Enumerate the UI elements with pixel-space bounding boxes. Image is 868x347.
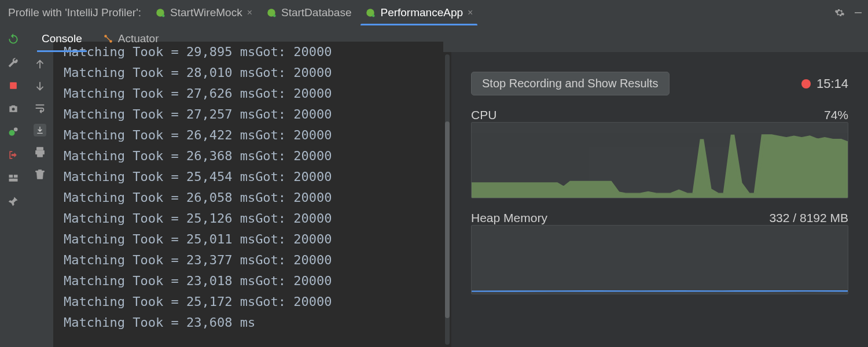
record-icon	[801, 79, 811, 88]
elapsed-time: 15:14	[816, 76, 848, 91]
actuator-tab-label: Actuator	[118, 32, 159, 45]
svg-point-9	[9, 130, 15, 136]
profiler-panel: Stop Recording and Show Results 15:14 CP…	[451, 52, 868, 347]
spring-icon	[266, 8, 277, 18]
svg-rect-11	[9, 175, 13, 178]
svg-rect-13	[9, 179, 18, 182]
run-tab-label: StartWireMock	[170, 6, 242, 19]
profiler-bug-icon[interactable]	[8, 126, 19, 138]
recording-elapsed: 15:14	[801, 76, 848, 91]
heap-label: Heap Memory	[471, 211, 547, 225]
actuator-icon	[103, 34, 113, 44]
console-tab-label: Console	[42, 32, 82, 45]
console-scrollbar[interactable]	[443, 52, 451, 347]
svg-point-10	[14, 128, 18, 132]
svg-point-3	[273, 14, 276, 17]
stop-recording-button[interactable]: Stop Recording and Show Results	[471, 72, 670, 95]
scroll-up-icon[interactable]	[34, 58, 46, 71]
svg-rect-12	[14, 175, 18, 178]
heap-chart	[471, 225, 848, 294]
scroll-to-end-icon[interactable]	[34, 124, 46, 136]
console-tab-bar: Console Actuator	[27, 25, 868, 52]
minimize-icon[interactable]	[853, 8, 863, 18]
trash-icon[interactable]	[34, 168, 46, 180]
run-tab-startwiremock[interactable]: StartWireMock ×	[148, 0, 259, 25]
pin-icon[interactable]	[8, 195, 19, 207]
spring-icon	[155, 8, 165, 18]
svg-point-8	[12, 108, 15, 110]
close-icon[interactable]: ×	[468, 8, 473, 17]
svg-rect-7	[10, 82, 17, 89]
print-icon[interactable]	[34, 146, 46, 158]
run-tab-performanceapp[interactable]: PerformanceApp ×	[358, 0, 480, 25]
camera-icon[interactable]	[8, 103, 19, 115]
rerun-icon[interactable]	[8, 34, 19, 45]
run-config-tabs: StartWireMock × StartDatabase Performanc…	[148, 0, 827, 25]
heap-value: 332 / 8192 MB	[769, 211, 848, 225]
tab-actuator[interactable]: Actuator	[93, 25, 170, 52]
cpu-label: CPU	[471, 108, 496, 122]
run-tab-startdatabase[interactable]: StartDatabase	[259, 0, 358, 25]
tab-console[interactable]: Console	[31, 25, 93, 52]
run-tab-label: StartDatabase	[281, 6, 351, 19]
soft-wrap-icon[interactable]	[34, 102, 46, 115]
spring-icon	[365, 8, 376, 18]
svg-point-5	[372, 14, 375, 17]
gear-icon[interactable]	[834, 8, 845, 18]
cpu-value: 74%	[824, 108, 848, 122]
close-icon[interactable]: ×	[247, 8, 252, 17]
exit-icon[interactable]	[8, 149, 19, 161]
stop-icon[interactable]	[8, 80, 19, 91]
console-toolbar	[27, 52, 53, 347]
run-tool-rail	[0, 25, 27, 347]
profiler-title: Profile with 'IntelliJ Profiler':	[8, 6, 141, 19]
svg-point-1	[162, 14, 165, 17]
cpu-chart	[471, 122, 848, 198]
run-tab-label: PerformanceApp	[380, 6, 463, 19]
console-output[interactable]: Matching Took = 29,895 msGot: 20000Match…	[53, 42, 443, 347]
layout-icon[interactable]	[8, 172, 19, 184]
scroll-down-icon[interactable]	[34, 80, 46, 93]
wrench-icon[interactable]	[8, 57, 19, 68]
